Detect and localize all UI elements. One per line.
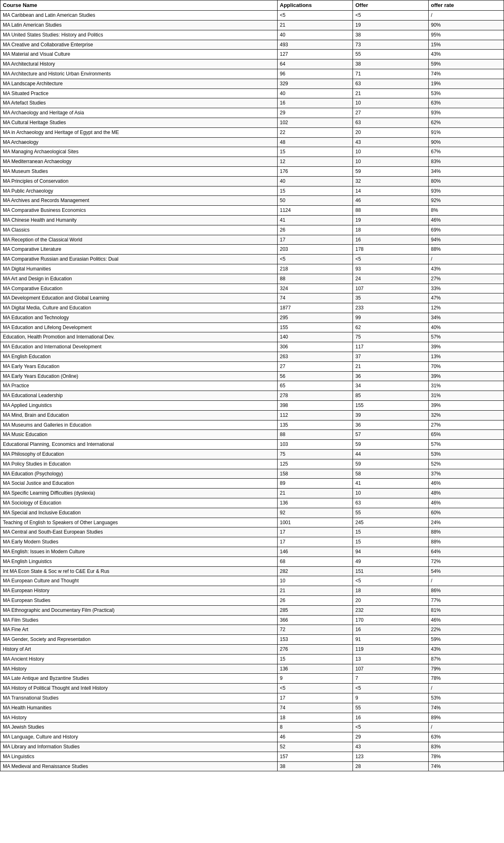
table-row: MA Artefact Studies161063% (0, 98, 504, 108)
table-cell: MA Gender, Society and Representation (0, 635, 278, 645)
table-cell: 90% (428, 137, 504, 147)
table-cell: MA Digital Humanities (0, 264, 278, 274)
table-cell: 43% (428, 644, 504, 654)
table-cell: 63 (353, 79, 429, 89)
table-row: MA Caribbean and Latin American Studies<… (0, 11, 504, 20)
table-row: MA Social Justice and Education894146% (0, 479, 504, 489)
table-row: MA European Studies262077% (0, 596, 504, 606)
table-cell: 27 (277, 361, 353, 371)
table-cell: 24% (428, 518, 504, 527)
table-row: MA Archives and Records Management504692… (0, 196, 504, 206)
table-cell: 31% (428, 381, 504, 391)
table-cell: 29 (277, 108, 353, 118)
table-row: MA Digital Humanities2189343% (0, 264, 504, 274)
table-cell: 21 (277, 586, 353, 596)
table-row: MA Specific Learning Difficulties (dysle… (0, 489, 504, 498)
table-cell: MA English Education (0, 352, 278, 362)
table-cell: MA Language, Culture and History (0, 732, 278, 742)
table-cell: 40% (428, 323, 504, 332)
table-cell: 19% (428, 79, 504, 89)
table-cell: MA Fine Art (0, 625, 278, 635)
table-row: MA Principles of Conservation403280% (0, 176, 504, 186)
table-cell: 68 (277, 557, 353, 566)
table-cell: MA Education (Psychology) (0, 469, 278, 479)
table-cell: / (428, 684, 504, 693)
table-cell: 17 (277, 527, 353, 537)
table-cell: 17 (277, 693, 353, 703)
table-cell: MA Managing Archaeological Sites (0, 147, 278, 157)
table-cell: 22% (428, 625, 504, 635)
table-row: MA Film Studies36617046% (0, 615, 504, 625)
table-cell: MA Educational Leadership (0, 391, 278, 401)
table-cell: 324 (277, 284, 353, 293)
table-cell: 91 (353, 635, 429, 645)
table-row: MA Central and South-East European Studi… (0, 527, 504, 537)
table-cell: 27 (353, 108, 429, 118)
table-cell: MA History (0, 664, 278, 674)
table-row: MA Chinese Health and Humanity411946% (0, 215, 504, 225)
table-cell: 112 (277, 410, 353, 420)
table-cell: 276 (277, 644, 353, 654)
table-cell: 34% (428, 313, 504, 323)
table-cell: 47% (428, 293, 504, 303)
table-row: MA Cultural Heritage Studies1026362% (0, 118, 504, 127)
table-cell: 83% (428, 157, 504, 167)
table-cell: 151 (353, 566, 429, 576)
table-row: MA Comparative Russian and Eurasian Poli… (0, 254, 504, 264)
table-cell: 32 (353, 176, 429, 186)
table-cell: MA Archives and Records Management (0, 196, 278, 206)
table-row: MA Landscape Architecture3296319% (0, 79, 504, 89)
table-cell: 53% (428, 450, 504, 459)
table-cell: 48 (277, 137, 353, 147)
table-cell: MA European Studies (0, 596, 278, 606)
table-cell: 12 (277, 157, 353, 167)
table-cell: 88 (277, 430, 353, 440)
table-row: MA Educational Leadership2788531% (0, 391, 504, 401)
table-cell: 102 (277, 118, 353, 127)
table-cell: 38 (277, 761, 353, 771)
table-cell: MA Education and Lifelong Development (0, 323, 278, 332)
table-cell: 39% (428, 342, 504, 352)
table-cell: MA Public Archaeology (0, 186, 278, 196)
table-row: MA Material and Visual Culture1275543% (0, 50, 504, 59)
table-row: MA Mind, Brain and Education1123932% (0, 410, 504, 420)
table-cell: 306 (277, 342, 353, 352)
table-cell: 78% (428, 752, 504, 761)
table-row: MA Comparative Literature20317888% (0, 245, 504, 254)
table-cell: 123 (353, 752, 429, 761)
table-row: MA Development Education and Global Lear… (0, 293, 504, 303)
header-offer-rate: offer rate (428, 0, 504, 11)
table-cell: 94 (353, 547, 429, 557)
table-cell: 178 (353, 245, 429, 254)
table-cell: MA Music Education (0, 430, 278, 440)
table-row: MA Latin American Studies211990% (0, 20, 504, 30)
table-cell: 1124 (277, 206, 353, 216)
table-cell: 203 (277, 245, 353, 254)
table-cell: MA Material and Visual Culture (0, 50, 278, 59)
table-cell: MA Artefact Studies (0, 98, 278, 108)
table-cell: / (428, 723, 504, 732)
table-cell: 21 (277, 489, 353, 498)
table-cell: 34 (353, 381, 429, 391)
table-cell: MA Museum Studies (0, 166, 278, 176)
table-cell: 285 (277, 605, 353, 615)
table-row: MA Art and Design in Education882427% (0, 274, 504, 284)
table-cell: 18 (353, 586, 429, 596)
table-cell: 90% (428, 20, 504, 30)
table-row: Teaching of English to Speakers of Other… (0, 518, 504, 527)
table-cell: 93 (353, 264, 429, 274)
table-cell: MA Principles of Conservation (0, 176, 278, 186)
table-cell: 54% (428, 566, 504, 576)
table-row: MA Education (Psychology)1585837% (0, 469, 504, 479)
table-row: MA History13610779% (0, 664, 504, 674)
table-cell: 40 (277, 30, 353, 40)
table-cell: 13% (428, 352, 504, 362)
table-row: MA Health Humanities745574% (0, 703, 504, 713)
table-cell: MA Early Modern Studies (0, 537, 278, 547)
header-offer: Offer (353, 0, 429, 11)
table-cell: 18 (353, 225, 429, 235)
table-cell: 43% (428, 50, 504, 59)
table-cell: MA Creative and Collaborative Enterprise (0, 40, 278, 50)
table-row: MA Situated Practice402153% (0, 89, 504, 98)
table-cell: 93% (428, 186, 504, 196)
